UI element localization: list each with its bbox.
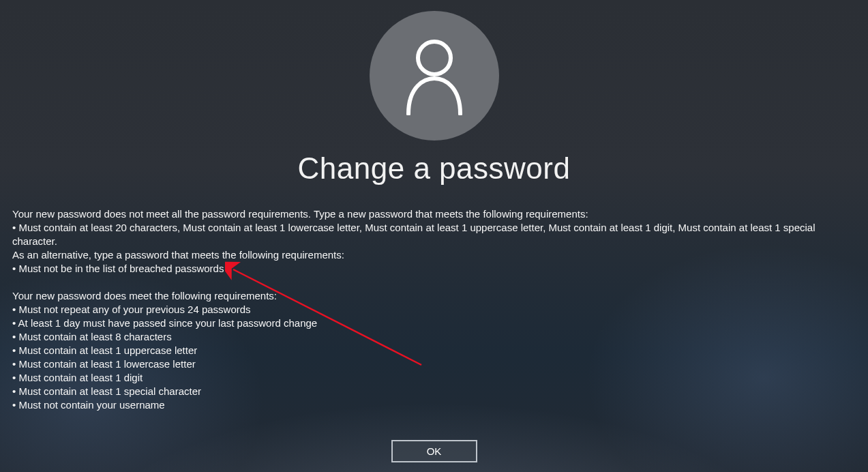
ok-button[interactable]: OK (391, 440, 477, 462)
requirements-not-met-block: Your new password does not meet all the … (12, 207, 856, 248)
met-requirements-list: Must not repeat any of your previous 24 … (12, 303, 856, 412)
requirement-item: Must contain at least 1 uppercase letter (12, 344, 856, 357)
requirement-item: Must not be in the list of breached pass… (12, 262, 856, 276)
requirement-item: At least 1 day must have passed since yo… (12, 316, 856, 330)
met-intro: Your new password does meet the followin… (12, 289, 856, 303)
user-avatar (370, 11, 499, 141)
requirement-item: Must contain at least 8 characters (12, 330, 856, 344)
ok-button-label: OK (427, 445, 442, 457)
alternative-requirements-list: Must not be in the list of breached pass… (12, 262, 856, 276)
svg-point-0 (418, 42, 451, 74)
alternative-intro: As an alternative, type a password that … (12, 248, 856, 262)
user-icon (400, 33, 468, 118)
requirement-item: Must not contain your username (12, 398, 856, 412)
page-title: Change a password (0, 151, 868, 186)
requirement-item: Must contain at least 1 lowercase letter (12, 357, 856, 371)
alternative-requirements-block: As an alternative, type a password that … (12, 248, 856, 276)
requirement-item: Must not repeat any of your previous 24 … (12, 303, 856, 316)
requirement-item: Must contain at least 1 special characte… (12, 385, 856, 398)
requirements-met-block: Your new password does meet the followin… (12, 289, 856, 412)
primary-requirements-list: Must contain at least 20 characters, Mus… (12, 221, 856, 248)
requirements-intro: Your new password does not meet all the … (12, 207, 856, 221)
requirement-item: Must contain at least 1 digit (12, 371, 856, 385)
requirement-item: Must contain at least 20 characters, Mus… (12, 221, 856, 248)
